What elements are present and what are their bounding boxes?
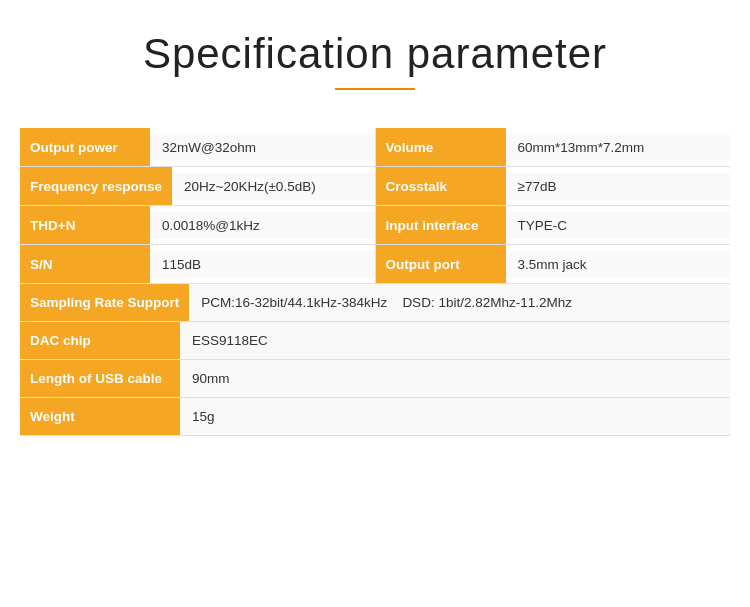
label-output-power: Output power xyxy=(20,128,150,166)
spec-row-4: S/N 115dB Output port 3.5mm jack xyxy=(20,245,730,284)
label-frequency-response: Frequency response xyxy=(20,167,172,205)
right-half-2: Crosstalk ≥77dB xyxy=(376,167,731,205)
spec-row-7: Length of USB cable 90mm xyxy=(20,360,730,398)
value-input-interface: TYPE-C xyxy=(506,212,731,239)
spec-row-3: THD+N 0.0018%@1kHz Input interface TYPE-… xyxy=(20,206,730,245)
label-thd: THD+N xyxy=(20,206,150,244)
label-crosstalk: Crosstalk xyxy=(376,167,506,205)
value-frequency-response: 20Hz~20KHz(±0.5dB) xyxy=(172,173,374,200)
value-sn: 115dB xyxy=(150,251,375,278)
label-output-port: Output port xyxy=(376,245,506,283)
value-output-port: 3.5mm jack xyxy=(506,251,731,278)
label-weight: Weight xyxy=(20,398,180,435)
value-weight: 15g xyxy=(180,403,730,430)
value-thd: 0.0018%@1kHz xyxy=(150,212,375,239)
label-volume: Volume xyxy=(376,128,506,166)
label-sampling-rate: Sampling Rate Support xyxy=(20,284,189,321)
spec-table: Output power 32mW@32ohm Volume 60mm*13mm… xyxy=(20,128,730,436)
spec-row-8: Weight 15g xyxy=(20,398,730,436)
value-sampling-rate: PCM:16-32bit/44.1kHz-384kHz DSD: 1bit/2.… xyxy=(189,289,730,316)
left-half-2: Frequency response 20Hz~20KHz(±0.5dB) xyxy=(20,167,376,205)
value-dac-chip: ESS9118EC xyxy=(180,327,730,354)
left-half-1: Output power 32mW@32ohm xyxy=(20,128,376,166)
value-volume: 60mm*13mm*7.2mm xyxy=(506,134,731,161)
spec-row-5: Sampling Rate Support PCM:16-32bit/44.1k… xyxy=(20,284,730,322)
label-usb-length: Length of USB cable xyxy=(20,360,180,397)
spec-row-1: Output power 32mW@32ohm Volume 60mm*13mm… xyxy=(20,128,730,167)
left-half-3: THD+N 0.0018%@1kHz xyxy=(20,206,376,244)
right-half-3: Input interface TYPE-C xyxy=(376,206,731,244)
right-half-4: Output port 3.5mm jack xyxy=(376,245,731,283)
right-half-1: Volume 60mm*13mm*7.2mm xyxy=(376,128,731,166)
label-dac-chip: DAC chip xyxy=(20,322,180,359)
value-crosstalk: ≥77dB xyxy=(506,173,731,200)
title-section: Specification parameter xyxy=(143,0,607,110)
label-sn: S/N xyxy=(20,245,150,283)
value-output-power: 32mW@32ohm xyxy=(150,134,375,161)
title-underline xyxy=(335,88,415,90)
spec-row-6: DAC chip ESS9118EC xyxy=(20,322,730,360)
page-wrapper: Specification parameter Output power 32m… xyxy=(0,0,750,436)
spec-row-2: Frequency response 20Hz~20KHz(±0.5dB) Cr… xyxy=(20,167,730,206)
label-input-interface: Input interface xyxy=(376,206,506,244)
page-title: Specification parameter xyxy=(143,30,607,78)
value-usb-length: 90mm xyxy=(180,365,730,392)
left-half-4: S/N 115dB xyxy=(20,245,376,283)
